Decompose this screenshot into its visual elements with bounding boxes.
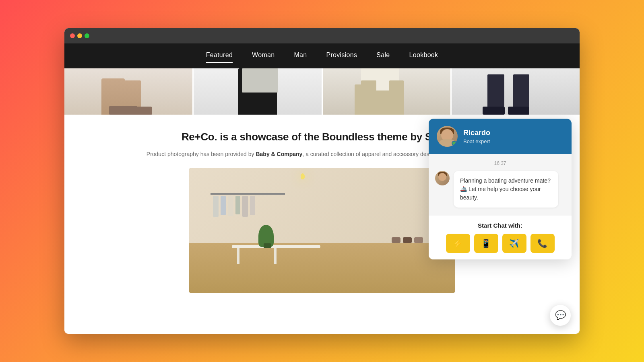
nav-item-featured[interactable]: Featured	[206, 51, 233, 60]
chat-bubble: Planning a boating adventure mate? 🚢 Let…	[454, 171, 558, 208]
chat-buttons: ⚡ 📱 ✈️ 📞	[435, 234, 565, 253]
light-bulb	[301, 173, 305, 179]
store-floor	[189, 243, 455, 293]
telegram-icon: ✈️	[509, 239, 519, 248]
nav-item-provisions[interactable]: Provisions	[326, 51, 357, 60]
hero-panel-1	[64, 68, 194, 115]
chat-body: 16:37 Planning a boating adventure mate?…	[429, 154, 572, 216]
hero-images	[64, 68, 580, 115]
chat-header: Ricardo Boat expert	[429, 119, 572, 154]
chat-timestamp: 16:37	[435, 160, 565, 166]
viber-button[interactable]: 📞	[530, 234, 555, 253]
hero-shoe4-l	[483, 107, 505, 115]
chat-agent-info: Ricardo Boat expert	[463, 129, 564, 144]
nav-item-man[interactable]: Man	[294, 51, 307, 60]
online-indicator	[452, 141, 456, 146]
chat-widget: Ricardo Boat expert 16:37 Planning a boa…	[429, 119, 572, 259]
hero-panel-3	[323, 68, 452, 115]
messenger-icon: ⚡	[453, 239, 463, 248]
main-nav: Featured Woman Man Provisions Sale Lookb…	[64, 43, 580, 68]
hero-shoe4-r	[508, 107, 529, 115]
chat-message-row: Planning a boating adventure mate? 🚢 Let…	[435, 171, 565, 208]
hero-panel-4	[452, 68, 580, 115]
hero-top-2	[242, 68, 278, 93]
msg-avatar-face	[438, 173, 446, 181]
whatsapp-button[interactable]: 📱	[474, 234, 498, 253]
table-leg-r	[274, 248, 277, 264]
chat-trigger-icon: 💬	[555, 310, 566, 321]
traffic-light-yellow[interactable]	[77, 33, 82, 38]
table-leg-l	[237, 248, 239, 264]
store-table	[232, 245, 320, 248]
store-image	[189, 168, 455, 293]
hanging-clothes	[213, 196, 255, 217]
chat-agent-role: Boat expert	[463, 138, 564, 144]
hero-shoe-2	[126, 107, 152, 115]
browser-chrome	[64, 28, 580, 43]
hero-leg3-r	[389, 80, 404, 115]
shoe-display	[392, 237, 423, 243]
nav-item-sale[interactable]: Sale	[376, 51, 390, 60]
chat-msg-avatar	[435, 171, 450, 185]
browser-window: Featured Woman Man Provisions Sale Lookb…	[64, 28, 580, 334]
chat-start-label: Start Chat with:	[435, 222, 565, 229]
website: Featured Woman Man Provisions Sale Lookb…	[64, 43, 580, 334]
nav-item-lookbook[interactable]: Lookbook	[409, 51, 438, 60]
chat-start-section: Start Chat with: ⚡ 📱 ✈️ 📞	[429, 216, 572, 259]
traffic-light-green[interactable]	[85, 33, 89, 38]
traffic-lights	[70, 33, 89, 38]
messenger-button[interactable]: ⚡	[446, 234, 470, 253]
whatsapp-icon: 📱	[481, 239, 491, 248]
hero-panel-2	[194, 68, 323, 115]
chat-avatar	[437, 126, 458, 147]
hero-leg3-l	[361, 80, 376, 115]
subtext-before: Product photography has been provided by	[147, 151, 256, 157]
viber-icon: 📞	[537, 239, 547, 248]
subtext-brand: Baby & Company	[256, 151, 302, 157]
nav-item-woman[interactable]: Woman	[252, 51, 275, 60]
nav-items: Featured Woman Man Provisions Sale Lookb…	[206, 51, 438, 60]
rack-bar	[211, 193, 285, 195]
traffic-light-red[interactable]	[70, 33, 75, 38]
content-area: Re+Co. is a showcase of the Boundless th…	[64, 115, 580, 334]
plant-pot	[264, 243, 271, 248]
chat-trigger-button[interactable]: 💬	[550, 305, 571, 326]
telegram-button[interactable]: ✈️	[502, 234, 526, 253]
chat-agent-name: Ricardo	[463, 129, 564, 137]
